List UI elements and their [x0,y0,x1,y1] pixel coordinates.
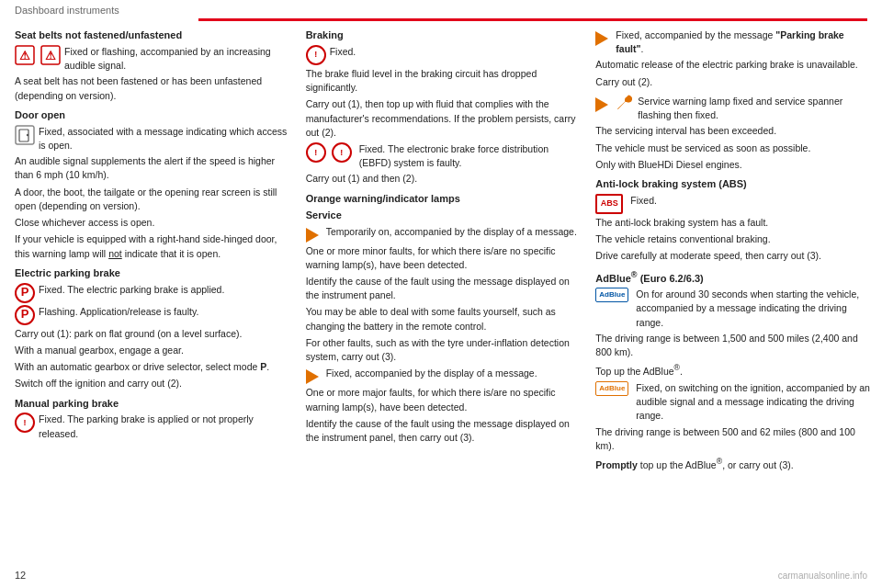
door-open-text3: Close whichever access is open. [15,216,290,230]
section-manual-parking-brake: Manual parking brake ! Fixed. The parkin… [15,397,290,441]
adblue-icon-row2: AdBlue Fixed, on switching on the igniti… [595,381,871,424]
page-number: 12 [15,570,26,581]
service-desc2: Fixed, accompanied by the display of a m… [326,367,582,380]
parking-fault-icon-row: Fixed, accompanied by the message "Parki… [595,28,871,56]
service-orange-arrow [306,228,319,243]
column-3: Fixed, accompanied by the message "Parki… [588,28,871,565]
svg-text:⚠: ⚠ [45,49,56,62]
service-text6: Identify the cause of the fault using th… [306,417,582,445]
electric-brake-text1: Carry out (1): park on flat ground (on a… [15,327,290,341]
service-warning-text2: The vehicle must be serviced as soon as … [595,141,871,155]
door-open-icon-row: Fixed, associated with a message indicat… [15,125,290,153]
adblue-icon-1: AdBlue [595,288,628,302]
parking-fault-text1: Automatic release of the electric parkin… [595,58,871,72]
manual-brake-icon-row: ! Fixed. The parking brake is applied or… [15,413,290,440]
service-text1: One or more minor faults, for which ther… [306,244,582,272]
section-braking: Braking ! Fixed. The brake fluid level i… [306,28,582,187]
service-text5: One or more major faults, for which ther… [306,386,582,413]
door-open-text2: A door, the boot, the tailgate or the op… [15,186,290,213]
service-icon-row2: Fixed, accompanied by the display of a m… [306,367,582,384]
seat-belt-desc: Fixed or flashing, accompanied by an inc… [64,45,290,73]
service-warning-icon-row: Service warning lamp fixed and service s… [595,95,871,122]
adblue-desc2: Fixed, on switching on the ignition, acc… [636,381,871,424]
main-content: Seat belts not fastened/unfastened ⚠ ⚠ F… [0,21,882,572]
adblue-text1: The driving range is between 1,500 and 5… [595,332,871,359]
section-electric-parking-brake: Electric parking brake P Fixed. The elec… [15,266,290,391]
braking-icon-row1: ! Fixed. [306,45,582,65]
service-orange-arrow-2 [306,369,319,384]
braking-desc1: Fixed. [330,45,582,59]
column-2: Braking ! Fixed. The brake fluid level i… [298,28,589,565]
braking-desc2: Fixed. The electronic brake force distri… [359,142,582,170]
section-abs: Anti-lock braking system (ABS) ABS Fixed… [595,177,871,264]
door-open-text4: If your vehicle is equipped with a right… [15,232,290,260]
manual-brake-circle-icon: ! [15,413,35,433]
section-parking-brake-fault: Fixed, accompanied by the message "Parki… [595,28,871,89]
electric-brake-icon-row2: P Flashing. Application/release is fault… [15,305,290,325]
adblue-desc1: On for around 30 seconds when starting t… [636,288,871,330]
adblue-icon-2: AdBlue [595,381,628,396]
door-open-title: Door open [15,108,290,123]
service-warning-text1: The servicing interval has been exceeded… [595,124,871,138]
section-service: Service Temporarily on, accompanied by t… [306,209,582,446]
parking-fault-text2: Carry out (2). [595,75,871,89]
adblue-text4: Promptly top up the AdBlue®, or carry ou… [595,456,871,472]
section-door-open: Door open Fixed, associated with a messa… [15,108,290,261]
electric-brake-desc2: Flashing. Application/release is faulty. [39,305,290,319]
door-icon [15,125,35,149]
header: Dashboard instruments [0,0,882,21]
braking-text1: The brake fluid level in the braking cir… [306,67,582,95]
electric-brake-desc1: Fixed. The electric parking brake is app… [39,283,290,297]
abs-icon-row: ABS Fixed. [595,194,871,214]
section-orange-warning: Orange warning/indicator lamps Service T… [306,192,582,446]
adblue-text3: The driving range is between 500 and 62 … [595,425,871,453]
service-warning-arrow-icon [595,97,608,112]
manual-brake-desc: Fixed. The parking brake is applied or n… [39,413,290,440]
seatbelt-icon-2: ⚠ [40,45,61,69]
braking-text2: Carry out (1), then top up with fluid th… [306,97,582,140]
service-icon-row: Temporarily on, accompanied by the displ… [306,225,582,243]
section-adblue: AdBlue® (Euro 6.2/6.3) AdBlue On for aro… [595,269,871,472]
service-desc1: Temporarily on, accompanied by the displ… [326,225,582,239]
abs-text1: The anti-lock braking system has a fault… [595,216,871,230]
parking-p-icon-1: P [15,283,35,303]
parking-p-icon-2: P [15,305,35,325]
abs-icon: ABS [595,194,623,214]
orange-warning-title: Orange warning/indicator lamps [306,192,582,207]
column-1: Seat belts not fastened/unfastened ⚠ ⚠ F… [15,28,298,565]
door-open-text1: An audible signal supplements the alert … [15,154,290,182]
braking-circle-icon-3: ! [332,142,352,163]
electric-brake-text2: With a manual gearbox, engage a gear. [15,344,290,357]
adblue-text2: Top up the AdBlue®. [595,362,871,379]
service-text4: For other faults, such as with the tyre … [306,336,582,364]
section-seat-belts: Seat belts not fastened/unfastened ⚠ ⚠ F… [15,28,290,103]
braking-text3: Carry out (1) and then (2). [306,172,582,186]
header-title: Dashboard instruments [15,5,119,16]
electric-brake-text4: Switch off the ignition and carry out (2… [15,377,290,390]
seatbelt-icon-1: ⚠ [15,45,35,69]
adblue-title: AdBlue® (Euro 6.2/6.3) [595,269,871,287]
adblue-icon-row1: AdBlue On for around 30 seconds when sta… [595,288,871,330]
abs-desc: Fixed. [630,194,871,208]
seat-belts-title: Seat belts not fastened/unfastened [15,28,290,43]
seat-belt-icons-row: ⚠ ⚠ Fixed or flashing, accompanied by an… [15,45,290,73]
service-text3: You may be able to deal with some faults… [306,305,582,333]
section-service-warning: Service warning lamp fixed and service s… [595,95,871,172]
service-text2: Identify the cause of the fault using th… [306,275,582,302]
svg-text:⚠: ⚠ [19,49,30,62]
service-warning-text3: Only with BlueHDi Diesel engines. [595,158,871,172]
parking-fault-desc: Fixed, accompanied by the message "Parki… [616,28,871,56]
electric-brake-icon-row1: P Fixed. The electric parking brake is a… [15,283,290,303]
abs-text3: Drive carefully at moderate speed, then … [595,249,871,263]
parking-fault-arrow [595,31,608,46]
seat-belt-text: A seat belt has not been fastened or has… [15,74,290,102]
door-open-desc: Fixed, associated with a message indicat… [39,125,290,153]
braking-icon-row2: ! ! Fixed. The electronic brake force di… [306,142,582,170]
braking-circle-icon: ! [306,45,326,65]
service-warning-desc: Service warning lamp fixed and service s… [638,95,871,122]
electric-brake-text3: With an automatic gearbox or drive selec… [15,360,290,374]
abs-title: Anti-lock braking system (ABS) [595,177,871,192]
service-subtitle: Service [306,209,582,223]
manual-brake-title: Manual parking brake [15,397,290,412]
braking-circle-icon-2: ! [306,142,326,163]
